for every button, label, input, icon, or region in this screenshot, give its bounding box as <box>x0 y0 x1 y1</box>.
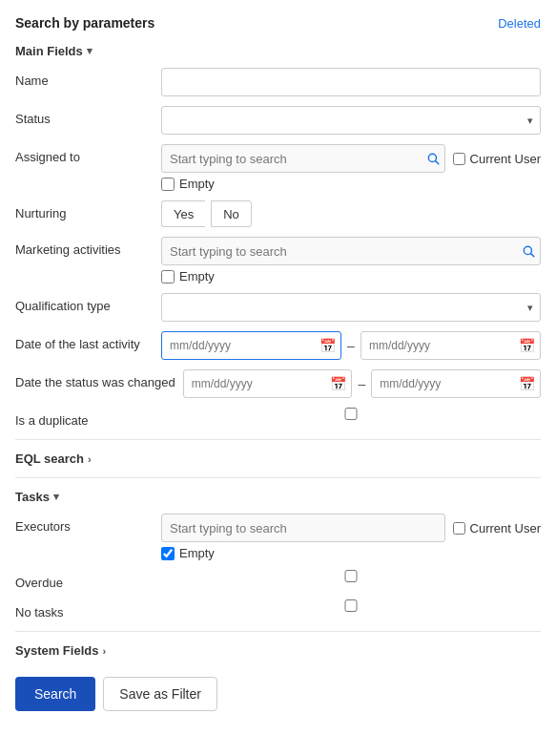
status-changed-from-input[interactable] <box>183 369 353 398</box>
eql-search-label: EQL search <box>15 452 84 466</box>
page-title: Search by parameters <box>15 15 154 31</box>
status-select-wrapper: ▾ <box>161 106 541 135</box>
executors-empty-checkbox[interactable] <box>161 547 175 560</box>
main-fields-label: Main Fields <box>15 44 83 58</box>
status-changed-to-input[interactable] <box>371 369 541 398</box>
last-activity-control: 📅 – 📅 <box>161 331 541 360</box>
status-changed-from-wrapper: 📅 <box>183 369 353 398</box>
name-control <box>161 68 541 96</box>
is-duplicate-label: Is a duplicate <box>15 408 154 428</box>
assigned-empty-text: Empty <box>179 177 215 191</box>
qualification-label: Qualification type <box>15 293 154 313</box>
overdue-label: Overdue <box>15 570 154 590</box>
status-changed-control: 📅 – 📅 <box>183 369 541 398</box>
is-duplicate-control <box>161 408 541 420</box>
marketing-empty-label[interactable]: Empty <box>161 269 541 284</box>
last-activity-label: Date of the last activity <box>15 331 154 351</box>
overdue-checkbox[interactable] <box>161 570 541 582</box>
system-fields-section[interactable]: System Fields › <box>15 643 541 658</box>
assigned-to-row: Assigned to Current User Empty <box>15 144 541 191</box>
status-control: ▾ <box>161 106 541 135</box>
qualification-select-wrapper: ▾ <box>161 293 541 322</box>
executors-current-user-checkbox[interactable] <box>453 522 465 535</box>
marketing-label: Marketing activities <box>15 237 154 257</box>
qualification-row: Qualification type ▾ <box>15 293 541 322</box>
last-activity-from-input[interactable] <box>161 331 341 360</box>
assigned-to-label: Assigned to <box>15 144 154 164</box>
assigned-empty-label[interactable]: Empty <box>161 177 541 191</box>
is-duplicate-row: Is a duplicate <box>15 408 541 428</box>
assigned-empty-checkbox[interactable] <box>161 178 175 191</box>
marketing-search-icon-btn[interactable] <box>522 244 535 258</box>
marketing-control: Empty <box>161 237 541 284</box>
marketing-input-wrapper <box>161 237 541 265</box>
status-changed-to-wrapper: 📅 <box>371 369 541 398</box>
search-button[interactable]: Search <box>15 677 95 711</box>
last-activity-dash: – <box>347 338 355 353</box>
assigned-current-user-label[interactable]: Current User <box>453 152 541 166</box>
assigned-to-control: Current User Empty <box>161 144 541 191</box>
name-input[interactable] <box>161 68 541 96</box>
status-row: Status ▾ <box>15 106 541 135</box>
deleted-link[interactable]: Deleted <box>498 16 541 31</box>
nurturing-yes-btn[interactable]: Yes <box>161 200 205 227</box>
last-activity-from-wrapper: 📅 <box>161 331 341 360</box>
executors-row: Executors Current User Empty <box>15 514 541 560</box>
marketing-empty-text: Empty <box>179 269 215 284</box>
status-changed-date-range: 📅 – 📅 <box>183 369 541 398</box>
tasks-chevron: ▾ <box>53 491 59 503</box>
is-duplicate-checkbox[interactable] <box>161 408 541 420</box>
status-changed-row: Date the status was changed 📅 – 📅 <box>15 369 541 398</box>
qualification-control: ▾ <box>161 293 541 322</box>
last-activity-row: Date of the last activity 📅 – 📅 <box>15 331 541 360</box>
executors-input[interactable] <box>161 514 445 542</box>
system-fields-chevron-icon: › <box>102 645 106 657</box>
no-tasks-row: No tasks <box>15 599 541 620</box>
last-activity-date-range: 📅 – 📅 <box>161 331 541 360</box>
marketing-row: Marketing activities Empty <box>15 237 541 284</box>
eql-search-section[interactable]: EQL search › <box>15 452 541 466</box>
last-activity-to-input[interactable] <box>360 331 541 360</box>
svg-line-3 <box>531 254 534 257</box>
nurturing-label: Nurturing <box>15 200 154 220</box>
divider-2 <box>15 477 541 478</box>
last-activity-to-wrapper: 📅 <box>360 331 541 360</box>
nurturing-buttons: Yes No <box>161 200 541 227</box>
eql-chevron-icon: › <box>88 453 92 465</box>
status-changed-dash: – <box>358 376 365 391</box>
assigned-current-user-text: Current User <box>470 152 541 166</box>
executors-input-wrapper <box>161 514 445 542</box>
executors-search-row: Current User <box>161 514 541 542</box>
status-select[interactable] <box>161 106 541 135</box>
executors-control: Current User Empty <box>161 514 541 560</box>
status-label: Status <box>15 106 154 126</box>
executors-current-user-text: Current User <box>470 521 541 536</box>
divider-3 <box>15 631 541 632</box>
status-changed-label: Date the status was changed <box>15 369 175 389</box>
assigned-to-search-row: Current User <box>161 144 541 173</box>
nurturing-no-btn[interactable]: No <box>211 200 252 227</box>
main-fields-section-header[interactable]: Main Fields ▾ <box>15 44 541 58</box>
system-fields-label: System Fields <box>15 643 98 658</box>
executors-empty-label[interactable]: Empty <box>161 546 541 560</box>
main-fields-chevron: ▾ <box>87 45 93 57</box>
assigned-to-search-icon-btn[interactable] <box>426 152 440 165</box>
page-header: Search by parameters Deleted <box>15 15 541 31</box>
name-label: Name <box>15 68 154 88</box>
no-tasks-control <box>161 599 541 612</box>
no-tasks-checkbox[interactable] <box>161 599 541 612</box>
executors-current-user-label[interactable]: Current User <box>453 521 541 536</box>
save-filter-button[interactable]: Save as Filter <box>103 677 217 711</box>
tasks-label: Tasks <box>15 490 50 504</box>
overdue-row: Overdue <box>15 570 541 590</box>
marketing-empty-checkbox[interactable] <box>161 270 175 284</box>
executors-empty-text: Empty <box>179 546 215 560</box>
tasks-section-header[interactable]: Tasks ▾ <box>15 490 541 504</box>
qualification-select[interactable] <box>161 293 541 322</box>
no-tasks-label: No tasks <box>15 599 154 620</box>
assigned-to-input[interactable] <box>161 144 445 173</box>
assigned-to-input-wrapper <box>161 144 445 173</box>
footer-buttons: Search Save as Filter <box>15 677 541 719</box>
marketing-input[interactable] <box>161 237 541 265</box>
assigned-current-user-checkbox[interactable] <box>453 153 465 165</box>
